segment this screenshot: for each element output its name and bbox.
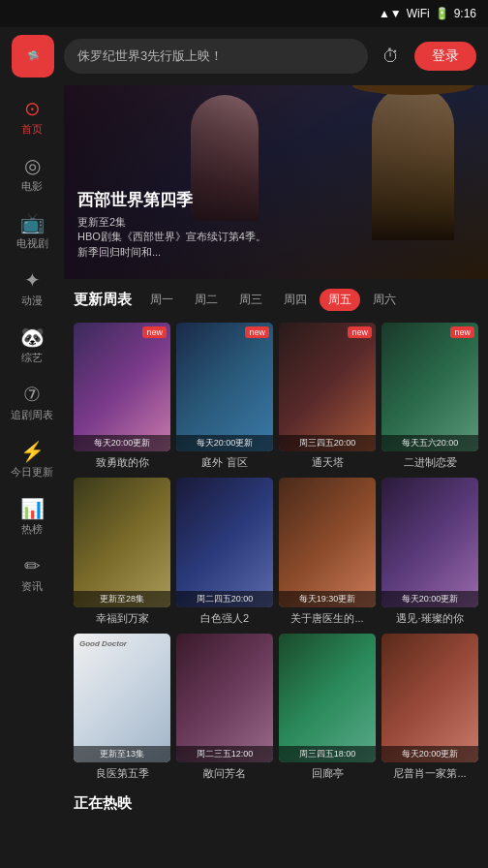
- header: 🛸 侏罗纪世界3先行版上映！ ⏱ 登录: [0, 27, 488, 85]
- card-title-6: 白色强人2: [176, 611, 273, 626]
- time-display: 9:16: [454, 7, 476, 20]
- search-placeholder: 侏罗纪世界3先行版上映！: [77, 47, 223, 65]
- update-11: 周三四五18:00: [279, 746, 376, 762]
- poster-7: 每天19:30更新: [279, 478, 376, 606]
- poster-8: 每天20:00更新: [381, 478, 478, 606]
- logo-icon: 🛸: [27, 50, 39, 62]
- login-button[interactable]: 登录: [414, 42, 476, 71]
- new-badge-3: new: [348, 326, 372, 338]
- card-1[interactable]: new 每天20:00更新 致勇敢的你: [74, 323, 170, 470]
- signal-icon: ▲▼: [379, 7, 402, 20]
- update-10: 周二三五12:00: [176, 746, 273, 762]
- banner-title: 西部世界第四季: [77, 189, 276, 211]
- card-title-3: 通天塔: [279, 455, 376, 470]
- card-title-12: 尼普肖一家第...: [381, 766, 478, 781]
- sidebar-item-anime[interactable]: ✦ 动漫: [0, 261, 64, 318]
- update-4: 每天五六20:00: [381, 435, 478, 451]
- banner-subtitle2: HBO剧集《西部世界》宣布续订第4季。新季回归时间和...: [77, 230, 276, 260]
- day-tab-tue[interactable]: 周二: [186, 289, 227, 311]
- wifi-icon: WiFi: [407, 7, 430, 20]
- sidebar-item-news[interactable]: ✏ 资讯: [0, 546, 64, 604]
- good-doctor-logo: Good Doctor: [79, 639, 127, 648]
- grid-row-3: Good Doctor 更新至13集 良医第五季 周二三五12:00 敞问芳名 …: [64, 634, 488, 789]
- sidebar-item-home[interactable]: ⊙ 首页: [0, 89, 64, 146]
- update-12: 每天20:00更新: [381, 746, 478, 762]
- sidebar-label-anime: 动漫: [21, 294, 43, 308]
- day-tabs: 周一 周二 周三 周四 周五 周六: [141, 289, 405, 311]
- card-5[interactable]: 更新至28集 幸福到万家: [74, 478, 170, 625]
- day-tab-fri[interactable]: 周五: [320, 289, 360, 311]
- section-header: 更新周表 周一 周二 周三 周四 周五 周六: [74, 289, 478, 311]
- banner-subtitle1: 更新至2集: [77, 215, 276, 230]
- variety-icon: 🐼: [20, 327, 45, 347]
- card-6[interactable]: 周二四五20:00 白色强人2: [176, 478, 273, 625]
- news-icon: ✏: [24, 556, 41, 575]
- sidebar-item-tv[interactable]: 📺 电视剧: [0, 203, 64, 261]
- today-icon: ⚡: [20, 442, 45, 461]
- day-tab-sat[interactable]: 周六: [364, 289, 405, 311]
- poster-5: 更新至28集: [74, 478, 170, 606]
- poster-4: new 每天五六20:00: [381, 323, 478, 451]
- card-3[interactable]: new 周三四五20:00 通天塔: [279, 323, 376, 470]
- schedule-icon: ⑦: [23, 385, 41, 404]
- banner-content: 西部世界第四季 更新至2集 HBO剧集《西部世界》宣布续订第4季。新季回归时间和…: [77, 189, 276, 260]
- card-title-10: 敞问芳名: [176, 766, 273, 781]
- content-area: 西部世界第四季 更新至2集 HBO剧集《西部世界》宣布续订第4季。新季回归时间和…: [64, 85, 488, 815]
- card-title-4: 二进制恋爱: [381, 455, 478, 470]
- app-logo[interactable]: 🛸: [12, 35, 54, 78]
- card-title-1: 致勇敢的你: [74, 455, 170, 470]
- grid-row-2: 更新至28集 幸福到万家 周二四五20:00 白色强人2 每天19:30更新 关…: [64, 478, 488, 633]
- movie-icon: ◎: [24, 156, 41, 175]
- update-9: 更新至13集: [74, 746, 170, 762]
- card-12[interactable]: 每天20:00更新 尼普肖一家第...: [381, 634, 478, 781]
- new-badge-1: new: [142, 326, 167, 338]
- new-badge-4: new: [450, 326, 474, 338]
- poster-3: new 周三四五20:00: [279, 323, 376, 451]
- sidebar-label-home: 首页: [21, 122, 43, 137]
- status-bar: ▲▼ WiFi 🔋 9:16: [0, 0, 488, 27]
- schedule-section: 更新周表 周一 周二 周三 周四 周五 周六: [64, 279, 488, 323]
- card-7[interactable]: 每天19:30更新 关于唐医生的...: [279, 478, 376, 625]
- sidebar-item-variety[interactable]: 🐼 综艺: [0, 318, 64, 375]
- card-9[interactable]: Good Doctor 更新至13集 良医第五季: [74, 634, 170, 781]
- status-icons: ▲▼ WiFi 🔋 9:16: [379, 7, 476, 20]
- card-11[interactable]: 周三四五18:00 回廊亭: [279, 634, 376, 781]
- update-7: 每天19:30更新: [279, 591, 376, 607]
- sidebar-item-schedule[interactable]: ⑦ 追剧周表: [0, 375, 64, 432]
- sidebar-label-today: 今日更新: [11, 465, 53, 480]
- grid-row-1: new 每天20:00更新 致勇敢的你 new 每天20:00更新 庭外 盲区 …: [64, 323, 488, 478]
- card-title-5: 幸福到万家: [74, 611, 170, 626]
- update-5: 更新至28集: [74, 591, 170, 607]
- sidebar-item-rank[interactable]: 📊 热榜: [0, 489, 64, 546]
- sidebar-label-tv: 电视剧: [16, 236, 48, 251]
- card-title-8: 遇见·璀璨的你: [381, 611, 478, 626]
- day-tab-mon[interactable]: 周一: [141, 289, 182, 311]
- card-8[interactable]: 每天20:00更新 遇见·璀璨的你: [381, 478, 478, 625]
- day-tab-wed[interactable]: 周三: [230, 289, 271, 311]
- main-layout: ⊙ 首页 ◎ 电影 📺 电视剧 ✦ 动漫 🐼 综艺 ⑦ 追剧周表 ⚡ 今日更新 …: [0, 85, 488, 815]
- card-title-9: 良医第五季: [74, 766, 170, 781]
- sidebar-label-rank: 热榜: [21, 522, 43, 537]
- sidebar-item-movie[interactable]: ◎ 电影: [0, 146, 64, 203]
- poster-9: Good Doctor 更新至13集: [74, 634, 170, 762]
- card-title-11: 回廊亭: [279, 766, 376, 781]
- sidebar: ⊙ 首页 ◎ 电影 📺 电视剧 ✦ 动漫 🐼 综艺 ⑦ 追剧周表 ⚡ 今日更新 …: [0, 85, 64, 815]
- new-badge-2: new: [245, 326, 269, 338]
- poster-11: 周三四五18:00: [279, 634, 376, 762]
- card-2[interactable]: new 每天20:00更新 庭外 盲区: [176, 323, 273, 470]
- sidebar-label-variety: 综艺: [21, 351, 43, 365]
- sidebar-label-schedule: 追剧周表: [11, 408, 53, 422]
- anime-icon: ✦: [24, 270, 41, 290]
- search-bar[interactable]: 侏罗纪世界3先行版上映！: [64, 39, 368, 74]
- banner[interactable]: 西部世界第四季 更新至2集 HBO剧集《西部世界》宣布续订第4季。新季回归时间和…: [64, 85, 488, 279]
- hot-section: 正在热映: [64, 789, 488, 815]
- card-4[interactable]: new 每天五六20:00 二进制恋爱: [381, 323, 478, 470]
- schedule-title: 更新周表: [74, 291, 132, 309]
- poster-12: 每天20:00更新: [381, 634, 478, 762]
- poster-1: new 每天20:00更新: [74, 323, 170, 451]
- history-icon[interactable]: ⏱: [378, 43, 405, 70]
- day-tab-thu[interactable]: 周四: [275, 289, 316, 311]
- update-3: 周三四五20:00: [279, 435, 376, 451]
- card-10[interactable]: 周二三五12:00 敞问芳名: [176, 634, 273, 781]
- sidebar-item-today[interactable]: ⚡ 今日更新: [0, 432, 64, 489]
